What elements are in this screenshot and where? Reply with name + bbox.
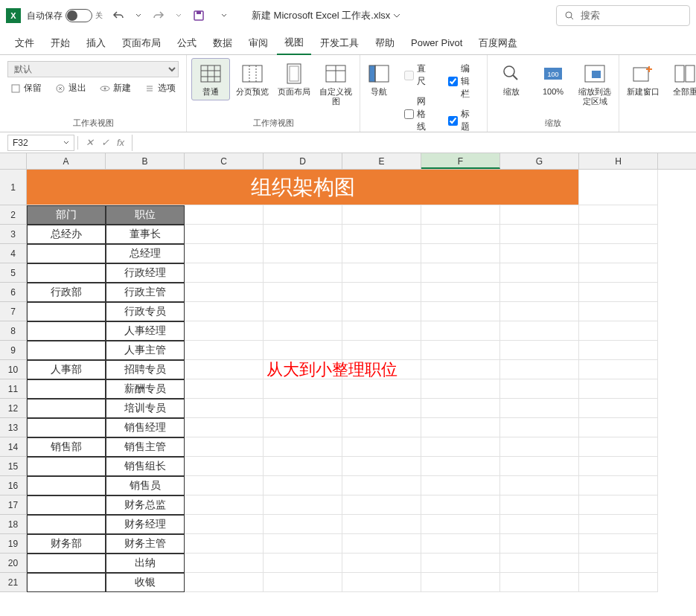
cell-A20[interactable] [27, 554, 106, 573]
col-header-G[interactable]: G [500, 153, 579, 169]
cell-E17[interactable] [342, 495, 421, 515]
position-cell[interactable]: 董事长 [106, 225, 185, 244]
cell-F15[interactable] [421, 457, 500, 476]
cell-E16[interactable] [342, 476, 421, 495]
cell-C19[interactable] [185, 534, 264, 554]
cell-H9[interactable] [579, 341, 658, 360]
cell-A13[interactable] [27, 418, 106, 437]
cell-D9[interactable] [264, 341, 342, 360]
gridlines-checkbox[interactable]: 网格线 [401, 94, 434, 135]
autosave-toggle[interactable] [66, 9, 92, 22]
exit-button[interactable]: 退出 [52, 80, 89, 96]
cell-D15[interactable] [264, 457, 342, 476]
cell-C11[interactable] [185, 379, 264, 399]
tab-data[interactable]: 数据 [205, 32, 240, 54]
cell-F19[interactable] [421, 534, 500, 554]
cell-H7[interactable] [579, 302, 658, 321]
position-cell[interactable]: 人事主管 [106, 341, 185, 360]
row-header-13[interactable]: 13 [0, 418, 27, 437]
cell-H15[interactable] [579, 457, 658, 476]
cell-E11[interactable] [342, 379, 421, 399]
cell-F17[interactable] [421, 495, 500, 515]
ruler-checkbox[interactable]: 直尺 [401, 61, 434, 89]
cell-F18[interactable] [421, 515, 500, 534]
position-cell[interactable]: 总经理 [106, 244, 185, 263]
cell-C17[interactable] [185, 495, 264, 515]
cell-F2[interactable] [421, 205, 500, 225]
cell-F7[interactable] [421, 302, 500, 321]
headings-checkbox[interactable]: 标题 [445, 106, 478, 135]
cell-B2[interactable]: 职位 [106, 205, 185, 225]
cell-F10[interactable] [421, 360, 500, 379]
select-all-corner[interactable] [0, 153, 27, 169]
cell-A14[interactable]: 销售部 [27, 437, 106, 457]
cell-C6[interactable] [185, 283, 264, 302]
cell-E9[interactable] [342, 341, 421, 360]
row-header-17[interactable]: 17 [0, 495, 27, 515]
cell-D4[interactable] [264, 244, 342, 263]
cell-G11[interactable] [500, 379, 579, 399]
cell-H6[interactable] [579, 283, 658, 302]
cell-C3[interactable] [185, 225, 264, 244]
dept-cell[interactable]: 总经办 [27, 225, 106, 244]
cells-area[interactable]: 组织架构图部门职位总经办董事长总经理行政经理行政部行政主管行政专员人事经理人事主… [27, 170, 658, 592]
cell-G4[interactable] [500, 244, 579, 263]
cell-G6[interactable] [500, 283, 579, 302]
cell-A2[interactable]: 部门 [27, 205, 106, 225]
cell-C4[interactable] [185, 244, 264, 263]
cell-G3[interactable] [500, 225, 579, 244]
qat-customize[interactable] [214, 6, 234, 25]
tab-baidu[interactable]: 百度网盘 [471, 32, 525, 54]
row-header-4[interactable]: 4 [0, 244, 27, 263]
cell-C7[interactable] [185, 302, 264, 321]
redo-button[interactable] [149, 6, 168, 25]
position-cell[interactable]: 出纳 [106, 554, 185, 573]
position-cell[interactable]: 销售经理 [106, 418, 185, 437]
position-cell[interactable]: 财务主管 [106, 534, 185, 554]
cell-H3[interactable] [579, 225, 658, 244]
cell-G15[interactable] [500, 457, 579, 476]
tab-view[interactable]: 视图 [277, 31, 311, 55]
save-button[interactable] [189, 6, 208, 25]
cell-E12[interactable] [342, 399, 421, 418]
formula-input[interactable] [132, 135, 696, 151]
cell-A16[interactable] [27, 476, 106, 495]
tab-formulas[interactable]: 公式 [170, 32, 204, 54]
row-header-3[interactable]: 3 [0, 225, 27, 244]
row-header-15[interactable]: 15 [0, 457, 27, 476]
search-input[interactable]: 搜索 [556, 5, 690, 26]
cell-G10[interactable] [500, 360, 579, 379]
redo-dropdown[interactable] [174, 6, 183, 25]
cell-H8[interactable] [579, 321, 658, 341]
cell-F4[interactable] [421, 244, 500, 263]
fx-button[interactable]: fx [114, 137, 127, 148]
cell-D14[interactable] [264, 437, 342, 457]
position-cell[interactable]: 财务总监 [106, 495, 185, 515]
cell-G19[interactable] [500, 534, 579, 554]
cell-A15[interactable] [27, 457, 106, 476]
row-header-6[interactable]: 6 [0, 283, 27, 302]
cell-E7[interactable] [342, 302, 421, 321]
cell-D19[interactable] [264, 534, 342, 554]
cell-F6[interactable] [421, 283, 500, 302]
cell-E20[interactable] [342, 554, 421, 573]
cell-C16[interactable] [185, 476, 264, 495]
document-title[interactable]: 新建 Microsoft Excel 工作表.xlsx [252, 9, 400, 22]
cell-H2[interactable] [579, 205, 658, 225]
cell-E8[interactable] [342, 321, 421, 341]
cell-H21[interactable] [579, 573, 658, 592]
cell-G13[interactable] [500, 418, 579, 437]
position-cell[interactable]: 薪酬专员 [106, 379, 185, 399]
cell-H19[interactable] [579, 534, 658, 554]
cell-E13[interactable] [342, 418, 421, 437]
col-header-E[interactable]: E [342, 153, 421, 169]
zoomsel-button[interactable]: 缩放到选定区域 [575, 58, 614, 110]
tab-review[interactable]: 审阅 [241, 32, 275, 54]
options-button[interactable]: 选项 [141, 80, 179, 96]
cell-A18[interactable] [27, 515, 106, 534]
row-header-9[interactable]: 9 [0, 341, 27, 360]
cell-E10[interactable] [342, 360, 421, 379]
cell-C9[interactable] [185, 341, 264, 360]
cell-D11[interactable] [264, 379, 342, 399]
cell-H14[interactable] [579, 437, 658, 457]
